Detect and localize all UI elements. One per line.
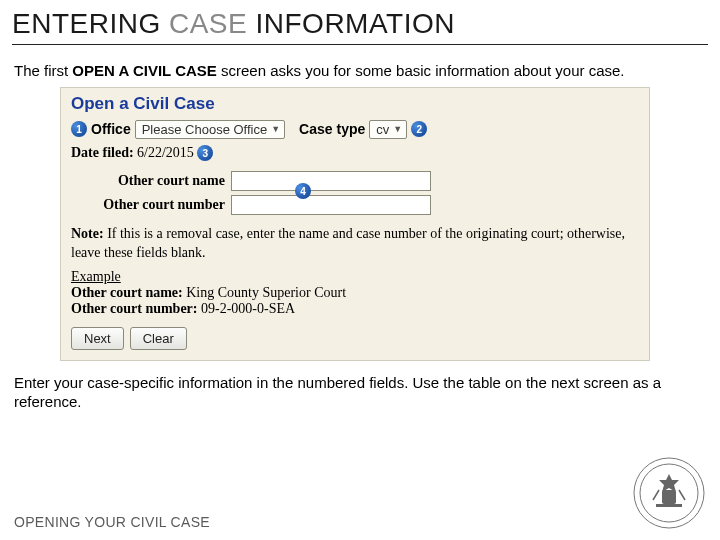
intro-text: The first OPEN A CIVIL CASE screen asks … [0, 61, 720, 87]
next-button[interactable]: Next [71, 327, 124, 350]
intro-post: screen asks you for some basic informati… [217, 62, 625, 79]
casetype-label: Case type [299, 121, 365, 137]
footer-text: OPENING YOUR CIVIL CASE [14, 514, 210, 530]
badge-2-icon: 2 [411, 121, 427, 137]
other-court-number-input[interactable] [231, 195, 431, 215]
example-number-label: Other court number: [71, 301, 198, 316]
title-part2: CASE [169, 8, 256, 39]
title-part1: ENTERING [12, 8, 169, 39]
example-name-line: Other court name: King County Superior C… [71, 285, 639, 301]
other-court-name-label: Other court name [71, 173, 231, 189]
button-row: Next Clear [71, 327, 639, 350]
court-seal-icon [632, 456, 706, 534]
svg-rect-2 [662, 490, 676, 504]
badge-1-icon: 1 [71, 121, 87, 137]
embedded-screenshot: Open a Civil Case 1 Office Please Choose… [60, 87, 650, 361]
chevron-down-icon: ▼ [393, 124, 402, 134]
other-court-name-row: Other court name [71, 171, 639, 191]
example-label: Example [71, 269, 121, 285]
chevron-down-icon: ▼ [271, 124, 280, 134]
other-court-number-row: 4 Other court number [71, 195, 639, 215]
casetype-dropdown-value: cv [376, 122, 389, 137]
datefiled-label: Date filed: [71, 145, 134, 160]
note-block: Note: If this is a removal case, enter t… [71, 225, 639, 263]
other-court-name-input[interactable] [231, 171, 431, 191]
intro-pre: The first [14, 62, 72, 79]
example-name-label: Other court name: [71, 285, 183, 300]
intro-bold: OPEN A CIVIL CASE [72, 62, 216, 79]
example-number-value: 09-2-000-0-SEA [198, 301, 296, 316]
datefiled-value: 6/22/2015 [137, 145, 194, 160]
page-title: ENTERING CASE INFORMATION [0, 0, 720, 44]
example-number-line: Other court number: 09-2-000-0-SEA [71, 301, 639, 317]
screenshot-heading: Open a Civil Case [71, 94, 639, 114]
office-dropdown[interactable]: Please Choose Office ▼ [135, 120, 285, 139]
outro-text: Enter your case-specific information in … [0, 361, 720, 412]
row-office-casetype: 1 Office Please Choose Office ▼ Case typ… [71, 120, 639, 139]
note-text: If this is a removal case, enter the nam… [71, 226, 625, 260]
example-name-value: King County Superior Court [183, 285, 346, 300]
note-label: Note: [71, 226, 104, 241]
row-date-filed: Date filed: 6/22/2015 3 [71, 145, 639, 162]
badge-3-icon: 3 [197, 145, 213, 161]
other-court-number-label: Other court number [71, 197, 231, 213]
casetype-dropdown[interactable]: cv ▼ [369, 120, 407, 139]
title-part3: INFORMATION [256, 8, 455, 39]
office-label: Office [91, 121, 131, 137]
clear-button[interactable]: Clear [130, 327, 187, 350]
title-rule [12, 44, 708, 45]
badge-4-icon: 4 [295, 183, 311, 199]
office-dropdown-value: Please Choose Office [142, 122, 268, 137]
